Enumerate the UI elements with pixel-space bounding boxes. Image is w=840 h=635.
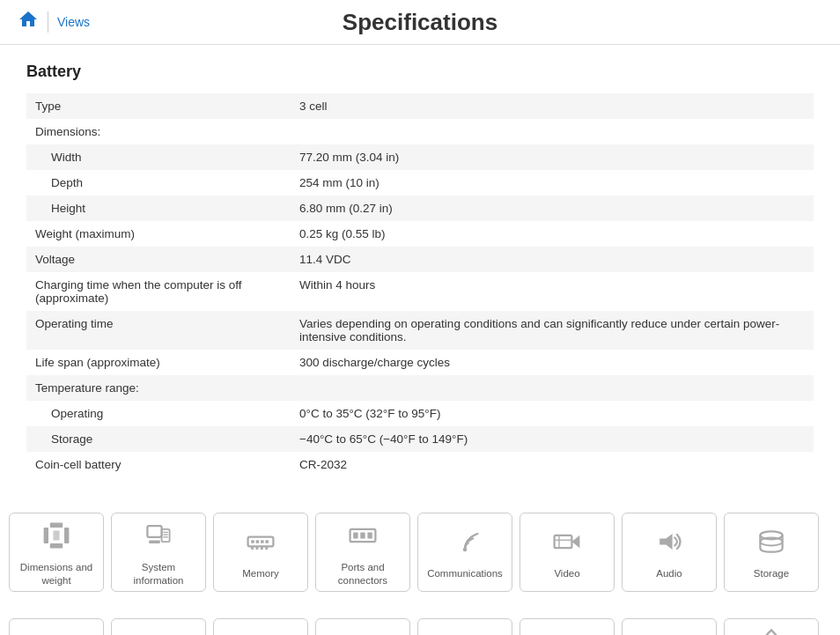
video-icon [551,526,583,562]
nav-label-memory: Memory [242,567,279,580]
nav-item-audio[interactable]: Audio [622,513,717,592]
nav-item-battery[interactable]: Battery [519,618,615,635]
audio-icon [653,526,685,562]
spec-label: Voltage [26,247,291,272]
spec-value: 77.20 mm (3.04 in) [291,144,814,170]
spec-label: Depth [26,170,291,196]
svg-rect-7 [162,528,170,541]
nav-item-computer-environment[interactable]: Computer environment [724,618,819,635]
spec-value: 6.80 mm (0.27 in) [291,196,814,221]
power-adapter-icon [653,631,685,635]
battery-icon [551,631,583,635]
svg-rect-0 [44,528,48,543]
nav-label-storage: Storage [754,567,789,580]
nav-item-storage[interactable]: Storage [724,513,819,592]
nav-label-system-information: System information [115,561,202,587]
svg-rect-18 [261,546,263,550]
main-content: Battery Type3 cellDimensions:Width77.20 … [0,45,840,495]
svg-rect-6 [149,540,160,543]
spec-label: Coin-cell battery [26,452,291,477]
page-title: Specifications [343,9,497,36]
svg-rect-5 [147,526,161,537]
spec-label: Charging time when the computer is off (… [26,272,291,311]
nav-item-camera[interactable]: Camera [315,618,410,635]
nav-label-video: Video [554,567,579,580]
svg-rect-25 [555,535,572,548]
specs-table: Type3 cellDimensions:Width77.20 mm (3.04… [26,93,814,477]
memory-icon [245,526,276,562]
spec-label: Weight (maximum) [26,221,291,247]
spec-value: CR-2032 [291,452,814,477]
display-icon [143,631,174,635]
camera-icon [347,631,379,635]
spec-value: 3 cell [291,93,814,119]
nav-item-memory[interactable]: Memory [213,513,308,592]
nav-label-audio: Audio [656,567,682,580]
nav-item-communications[interactable]: Communications [417,513,512,592]
svg-rect-3 [50,543,63,548]
header: Views Specifications [0,0,840,45]
system-information-icon [143,520,174,556]
nav-grid-row1: Dimensions and weightSystem informationM… [0,504,840,601]
nav-label-communications: Communications [427,567,503,580]
svg-rect-21 [353,532,357,538]
svg-rect-23 [367,532,372,538]
media-card-reader-icon [41,631,72,635]
spec-value: 254 mm (10 in) [291,170,814,196]
svg-rect-13 [256,540,260,543]
svg-rect-4 [53,530,59,540]
svg-rect-2 [64,528,69,543]
spec-value: 300 discharge/charge cycles [291,350,814,375]
spec-value [291,119,814,144]
spec-value: 0.25 kg (0.55 lb) [291,221,814,247]
views-link[interactable]: Views [57,15,90,29]
nav-item-dimensions-weight[interactable]: Dimensions and weight [9,513,104,592]
nav-item-ports-connectors[interactable]: Ports and connectors [315,513,410,592]
spec-label: Operating time [26,311,291,350]
spec-label: Storage [26,426,291,452]
communications-icon [449,526,481,562]
nav-item-media-card-reader[interactable]: Media-card reader [9,618,104,635]
spec-label: Temperature range: [26,375,291,401]
touch-pad-icon [449,631,481,635]
computer-environment-icon [755,625,787,635]
spec-value: 11.4 VDC [291,247,814,272]
header-divider [48,11,48,33]
keyboard-icon [245,631,276,635]
header-left: Views [18,9,90,35]
nav-item-system-information[interactable]: System information [111,513,206,592]
nav-grid-row2: Media-card readerDisplayKeyboardCameraTo… [0,609,840,635]
svg-rect-17 [256,546,259,550]
svg-rect-12 [251,540,254,543]
spec-label: Dimensions: [26,119,291,144]
spec-label: Type [26,93,291,119]
nav-item-touch-pad[interactable]: Touch pad [417,618,512,635]
svg-point-24 [463,548,468,552]
spec-value [291,375,814,401]
svg-rect-1 [50,522,63,527]
spec-label: Life span (approximate) [26,350,291,375]
svg-rect-19 [265,546,268,550]
nav-label-dimensions-weight: Dimensions and weight [13,561,99,587]
svg-rect-22 [360,532,365,538]
spec-label: Width [26,144,291,170]
svg-rect-14 [261,540,264,543]
nav-item-display[interactable]: Display [111,618,206,635]
dimensions-weight-icon [41,520,72,556]
spec-label: Operating [26,401,291,426]
svg-rect-16 [251,546,254,550]
spec-label: Height [26,196,291,221]
ports-connectors-icon [347,520,379,556]
spec-value: 0°C to 35°C (32°F to 95°F) [291,401,814,426]
section-title: Battery [26,63,814,81]
nav-item-power-adapter[interactable]: Power adapter [622,618,717,635]
storage-icon [755,526,787,562]
nav-item-keyboard[interactable]: Keyboard [213,618,308,635]
nav-item-video[interactable]: Video [519,513,615,592]
nav-label-ports-connectors: Ports and connectors [320,561,406,587]
home-icon[interactable] [18,9,39,35]
spec-value: −40°C to 65°C (−40°F to 149°F) [291,426,814,452]
svg-marker-29 [659,534,672,550]
svg-rect-15 [265,540,269,543]
spec-value: Varies depending on operating conditions… [291,311,814,350]
